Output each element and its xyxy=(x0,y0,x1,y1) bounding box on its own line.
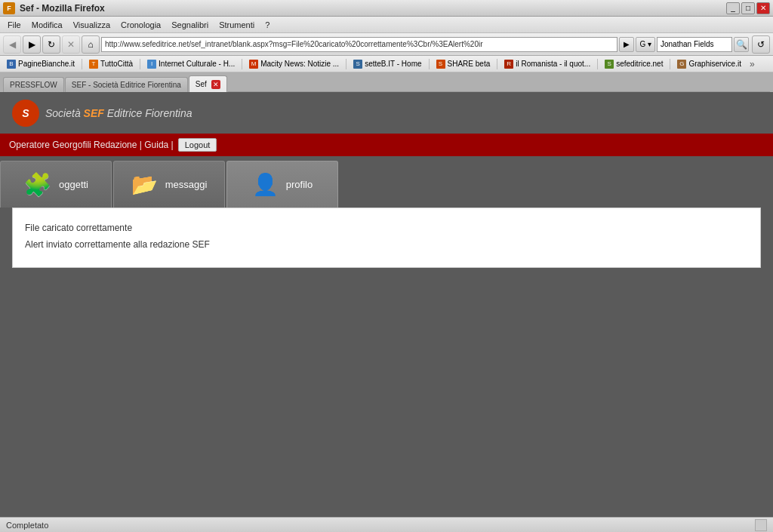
site-header: S Società SEF Editrice Fiorentina xyxy=(0,92,773,134)
site-logo: S Società SEF Editrice Fiorentina xyxy=(12,100,192,127)
maximize-button[interactable]: □ xyxy=(741,2,755,14)
close-button[interactable]: ✕ xyxy=(756,2,770,14)
tab-close-button[interactable]: ✕ xyxy=(211,80,220,89)
bookmark-icon: G xyxy=(677,60,686,69)
search-engine-selector[interactable]: G ▾ xyxy=(636,37,655,52)
bookmark-label: Internet Culturale - H... xyxy=(159,60,235,68)
menu-help[interactable]: ? xyxy=(260,19,274,31)
messaggi-label: messaggi xyxy=(165,179,208,190)
tabs-end-area xyxy=(228,91,770,92)
logo-text-after: Editrice Fiorentina xyxy=(104,107,192,119)
logo-icon: S xyxy=(12,100,39,127)
refresh-button[interactable]: ↺ xyxy=(752,35,770,54)
tab-sef-societa[interactable]: SEF - Società Editrice Fiorentina xyxy=(65,77,188,92)
nav-bar: ◀ ▶ ↻ ✕ ⌂ ▶ G ▾ 🔍 ↺ xyxy=(0,33,773,56)
main-nav: 🧩 oggetti 📂 messaggi 👤 profilo xyxy=(0,156,773,208)
profilo-label: profilo xyxy=(286,179,313,190)
bookmark-icon: S xyxy=(605,60,614,69)
operator-bar: Operatore Georgofili Redazione | Guida |… xyxy=(0,134,773,156)
bookmark-label: sefeditrice.net xyxy=(616,60,663,68)
bookmark-sep-7 xyxy=(597,59,598,69)
reload-button[interactable]: ↻ xyxy=(42,35,60,54)
search-container: G ▾ 🔍 xyxy=(636,37,749,52)
bookmark-label: il Romanista - il quot... xyxy=(516,60,590,68)
search-go-button[interactable]: 🔍 xyxy=(734,37,749,52)
bookmark-label: SHARE beta xyxy=(448,60,491,68)
bookmark-label: TuttoCittà xyxy=(100,60,133,68)
status-right xyxy=(755,519,767,531)
bookmark-graphiservice[interactable]: G Graphiservice.it xyxy=(673,58,744,70)
tab-pressflow[interactable]: PRESSFLOW xyxy=(3,77,64,92)
message-line1: File caricato correttamente xyxy=(25,220,748,237)
bookmark-icon: S xyxy=(353,60,362,69)
bookmarks-bar: B PagineBianche.it T TuttoCittà I Intern… xyxy=(0,56,773,72)
bookmark-tuttoCitta[interactable]: T TuttoCittà xyxy=(85,58,137,70)
home-button[interactable]: ⌂ xyxy=(82,35,100,54)
bookmark-sep-3 xyxy=(242,59,242,69)
menu-modifica[interactable]: Modifica xyxy=(27,19,67,31)
tab-label: Sef xyxy=(196,80,207,88)
status-text: Completato xyxy=(6,521,48,530)
bookmark-sep-4 xyxy=(346,59,346,69)
content-message: File caricato correttamente Alert inviat… xyxy=(25,220,748,253)
logout-button[interactable]: Logout xyxy=(178,138,217,152)
tabs-bar: PRESSFLOW SEF - Società Editrice Fiorent… xyxy=(0,72,773,92)
menu-file[interactable]: File xyxy=(3,19,26,31)
minimize-button[interactable]: _ xyxy=(726,2,740,14)
bookmark-pagineBianche[interactable]: B PagineBianche.it xyxy=(3,58,79,70)
nav-tab-profilo[interactable]: 👤 profilo xyxy=(226,161,338,208)
browser-icon: F xyxy=(3,2,15,14)
tab-label: SEF - Società Editrice Fiorentina xyxy=(72,81,181,89)
bookmark-sep-2 xyxy=(140,59,140,69)
stop-button[interactable]: ✕ xyxy=(62,35,80,54)
menu-bar: File Modifica Visualizza Cronologia Segn… xyxy=(0,17,773,33)
address-bar-container: ▶ xyxy=(101,37,634,52)
bookmark-label: setteB.IT - Home xyxy=(365,60,421,68)
menu-segnalibri[interactable]: Segnalibri xyxy=(167,19,213,31)
oggetti-icon: 🧩 xyxy=(23,171,51,198)
bookmark-macity[interactable]: M Macity News: Notizie ... xyxy=(245,58,343,70)
window-controls: _ □ ✕ xyxy=(726,2,770,14)
menu-visualizza[interactable]: Visualizza xyxy=(69,19,115,31)
go-button[interactable]: ▶ xyxy=(619,37,634,52)
search-input[interactable] xyxy=(657,37,732,52)
logo-text-before: Società xyxy=(45,107,84,119)
bookmark-romanista[interactable]: R il Romanista - il quot... xyxy=(500,58,594,70)
bookmark-sharebeta[interactable]: S SHARE beta xyxy=(433,58,494,70)
profilo-icon: 👤 xyxy=(252,172,279,197)
bookmarks-more[interactable]: » xyxy=(750,59,755,69)
forward-button[interactable]: ▶ xyxy=(23,35,41,54)
messaggi-icon: 📂 xyxy=(131,172,158,197)
bookmark-icon: M xyxy=(249,60,258,69)
bookmark-sef[interactable]: S sefeditrice.net xyxy=(601,58,667,70)
message-line2: Alert inviato correttamente alla redazio… xyxy=(25,237,748,254)
bookmark-sep-8 xyxy=(670,59,670,69)
logo-text: Società SEF Editrice Fiorentina xyxy=(45,107,192,119)
svg-text:S: S xyxy=(22,107,29,119)
bookmark-icon: B xyxy=(7,60,16,69)
nav-tab-messaggi[interactable]: 📂 messaggi xyxy=(113,161,225,208)
bookmark-sep-5 xyxy=(429,59,430,69)
back-button[interactable]: ◀ xyxy=(3,35,21,54)
menu-strumenti[interactable]: Strumenti xyxy=(214,19,259,31)
bookmark-icon: I xyxy=(147,60,156,69)
nav-tab-oggetti[interactable]: 🧩 oggetti xyxy=(0,161,112,208)
tab-label: PRESSFLOW xyxy=(10,81,57,89)
title-bar: F Sef - Mozilla Firefox _ □ ✕ xyxy=(0,0,773,17)
tab-sef-active[interactable]: Sef ✕ xyxy=(189,75,227,92)
menu-cronologia[interactable]: Cronologia xyxy=(116,19,165,31)
bookmark-icon: S xyxy=(436,60,445,69)
bookmark-icon: R xyxy=(504,60,513,69)
scroll-indicator xyxy=(755,519,767,531)
bookmark-internetCulturale[interactable]: I Internet Culturale - H... xyxy=(143,58,239,70)
bookmark-label: Graphiservice.it xyxy=(688,60,741,68)
window-title: Sef - Mozilla Firefox xyxy=(20,3,105,14)
page-content: S Società SEF Editrice Fiorentina Operat… xyxy=(0,92,773,268)
address-input[interactable] xyxy=(101,37,617,52)
content-area: File caricato correttamente Alert inviat… xyxy=(12,208,761,268)
bookmark-icon: T xyxy=(89,60,98,69)
bookmark-settebit[interactable]: S setteB.IT - Home xyxy=(350,58,425,70)
bookmark-label: Macity News: Notizie ... xyxy=(260,60,339,68)
bookmark-sep-1 xyxy=(82,59,82,69)
bookmark-label: PagineBianche.it xyxy=(18,60,75,68)
